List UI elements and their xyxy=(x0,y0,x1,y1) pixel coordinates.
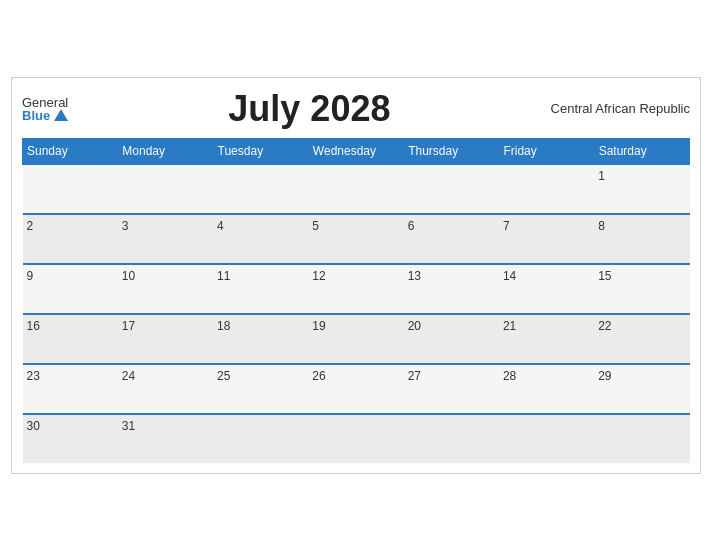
calendar-cell: 21 xyxy=(499,314,594,364)
col-saturday: Saturday xyxy=(594,138,689,164)
calendar-title: July 2028 xyxy=(68,88,550,130)
logo-triangle-icon xyxy=(54,109,68,121)
calendar-week-row: 9101112131415 xyxy=(23,264,690,314)
day-number: 12 xyxy=(312,269,399,283)
calendar-cell xyxy=(118,164,213,214)
logo-blue-text: Blue xyxy=(22,109,68,122)
calendar-cell: 18 xyxy=(213,314,308,364)
logo-general-text: General xyxy=(22,96,68,109)
calendar-cell: 25 xyxy=(213,364,308,414)
calendar-cell xyxy=(404,414,499,463)
days-header-row: Sunday Monday Tuesday Wednesday Thursday… xyxy=(23,138,690,164)
day-number: 14 xyxy=(503,269,590,283)
calendar-cell: 6 xyxy=(404,214,499,264)
day-number: 23 xyxy=(27,369,114,383)
col-tuesday: Tuesday xyxy=(213,138,308,164)
calendar-body: 1234567891011121314151617181920212223242… xyxy=(23,164,690,463)
day-number: 26 xyxy=(312,369,399,383)
calendar-week-row: 16171819202122 xyxy=(23,314,690,364)
day-number: 24 xyxy=(122,369,209,383)
calendar-cell xyxy=(594,414,689,463)
calendar-cell xyxy=(23,164,118,214)
calendar-cell xyxy=(499,164,594,214)
calendar-cell: 17 xyxy=(118,314,213,364)
day-number: 15 xyxy=(598,269,685,283)
calendar-cell: 28 xyxy=(499,364,594,414)
day-number: 19 xyxy=(312,319,399,333)
calendar-cell: 11 xyxy=(213,264,308,314)
day-number: 6 xyxy=(408,219,495,233)
logo: General Blue xyxy=(22,96,68,122)
col-monday: Monday xyxy=(118,138,213,164)
calendar-cell: 30 xyxy=(23,414,118,463)
day-number: 20 xyxy=(408,319,495,333)
day-number: 8 xyxy=(598,219,685,233)
calendar-cell: 31 xyxy=(118,414,213,463)
calendar-week-row: 2345678 xyxy=(23,214,690,264)
calendar-cell: 9 xyxy=(23,264,118,314)
calendar-wrapper: General Blue July 2028 Central African R… xyxy=(11,77,701,474)
calendar-cell: 14 xyxy=(499,264,594,314)
calendar-table: Sunday Monday Tuesday Wednesday Thursday… xyxy=(22,138,690,463)
calendar-cell xyxy=(213,164,308,214)
calendar-week-row: 3031 xyxy=(23,414,690,463)
calendar-cell: 15 xyxy=(594,264,689,314)
country-label: Central African Republic xyxy=(551,101,690,116)
col-wednesday: Wednesday xyxy=(308,138,403,164)
day-number: 16 xyxy=(27,319,114,333)
calendar-cell: 12 xyxy=(308,264,403,314)
day-number: 4 xyxy=(217,219,304,233)
calendar-cell: 19 xyxy=(308,314,403,364)
calendar-cell: 7 xyxy=(499,214,594,264)
col-friday: Friday xyxy=(499,138,594,164)
day-number: 27 xyxy=(408,369,495,383)
day-number: 1 xyxy=(598,169,685,183)
day-number: 25 xyxy=(217,369,304,383)
day-number: 21 xyxy=(503,319,590,333)
calendar-cell: 29 xyxy=(594,364,689,414)
calendar-cell: 10 xyxy=(118,264,213,314)
day-number: 28 xyxy=(503,369,590,383)
calendar-cell: 23 xyxy=(23,364,118,414)
calendar-cell: 13 xyxy=(404,264,499,314)
calendar-week-row: 23242526272829 xyxy=(23,364,690,414)
calendar-cell: 4 xyxy=(213,214,308,264)
calendar-cell: 24 xyxy=(118,364,213,414)
day-number: 3 xyxy=(122,219,209,233)
day-number: 2 xyxy=(27,219,114,233)
day-number: 30 xyxy=(27,419,114,433)
col-sunday: Sunday xyxy=(23,138,118,164)
day-number: 18 xyxy=(217,319,304,333)
day-number: 11 xyxy=(217,269,304,283)
day-number: 7 xyxy=(503,219,590,233)
day-number: 29 xyxy=(598,369,685,383)
calendar-cell: 27 xyxy=(404,364,499,414)
calendar-cell xyxy=(404,164,499,214)
day-number: 17 xyxy=(122,319,209,333)
calendar-header: General Blue July 2028 Central African R… xyxy=(22,88,690,130)
day-number: 9 xyxy=(27,269,114,283)
calendar-cell: 1 xyxy=(594,164,689,214)
calendar-cell: 16 xyxy=(23,314,118,364)
day-number: 22 xyxy=(598,319,685,333)
calendar-cell xyxy=(308,414,403,463)
calendar-cell: 22 xyxy=(594,314,689,364)
calendar-cell: 26 xyxy=(308,364,403,414)
calendar-cell xyxy=(213,414,308,463)
day-number: 10 xyxy=(122,269,209,283)
calendar-cell: 5 xyxy=(308,214,403,264)
calendar-cell xyxy=(308,164,403,214)
day-number: 13 xyxy=(408,269,495,283)
calendar-cell: 2 xyxy=(23,214,118,264)
day-number: 5 xyxy=(312,219,399,233)
calendar-cell: 3 xyxy=(118,214,213,264)
calendar-cell xyxy=(499,414,594,463)
col-thursday: Thursday xyxy=(404,138,499,164)
calendar-cell: 8 xyxy=(594,214,689,264)
calendar-week-row: 1 xyxy=(23,164,690,214)
calendar-cell: 20 xyxy=(404,314,499,364)
day-number: 31 xyxy=(122,419,209,433)
